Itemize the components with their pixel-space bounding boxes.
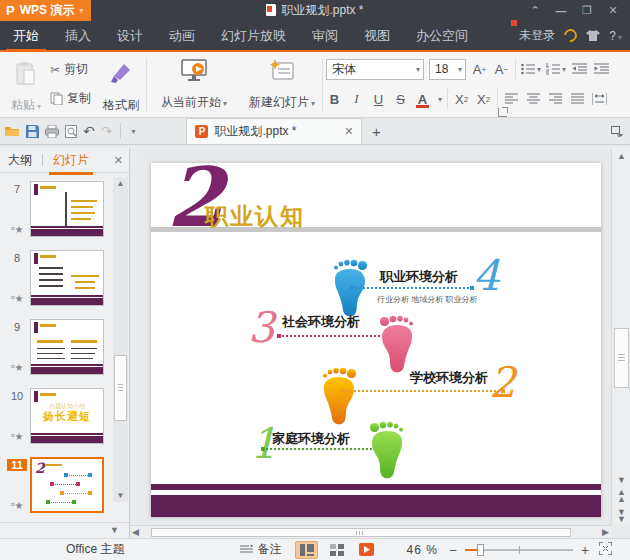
tab-insert[interactable]: 插入 bbox=[52, 21, 104, 50]
scroll-down-icon[interactable]: ▼ bbox=[612, 475, 630, 485]
scroll-left-icon[interactable]: ◀ bbox=[132, 527, 139, 537]
item-label: 学校环境分析 bbox=[410, 369, 488, 387]
scroll-up-icon[interactable]: ▲ bbox=[612, 151, 630, 161]
slide-thumbnail-7[interactable]: 7 ★ bbox=[4, 181, 129, 237]
tab-review[interactable]: 审阅 bbox=[299, 21, 351, 50]
undo-button[interactable]: ↶ bbox=[83, 123, 95, 139]
expand-down-icon[interactable]: ▼ bbox=[110, 525, 119, 535]
font-size-select[interactable]: 18▾ bbox=[429, 59, 466, 80]
scrollbar-thumb[interactable] bbox=[614, 328, 629, 388]
scrollbar-thumb[interactable] bbox=[114, 355, 127, 421]
scroll-down-icon[interactable]: ▼ bbox=[113, 491, 128, 500]
animation-star-icon: ★ bbox=[10, 362, 23, 373]
print-preview-button[interactable] bbox=[65, 125, 77, 138]
slide-thumbnail-8[interactable]: 8 ★ bbox=[4, 250, 129, 306]
footprint-orange bbox=[321, 367, 357, 427]
tab-outline[interactable]: 大纲 bbox=[6, 149, 34, 172]
item-sublabel: 行业分析 地域分析 职业分析 bbox=[377, 294, 477, 305]
print-button[interactable] bbox=[45, 125, 59, 138]
vertical-scrollbar[interactable]: ▲ ▼ ▲▲ ▼▼ bbox=[611, 148, 630, 525]
paste-button[interactable]: 粘贴▾ bbox=[4, 58, 48, 117]
customize-toolbar-dropdown[interactable]: ▾ bbox=[131, 127, 135, 136]
italic-button[interactable]: I bbox=[348, 89, 365, 109]
increase-font-button[interactable]: A+ bbox=[471, 59, 488, 79]
scroll-right-icon[interactable]: ▶ bbox=[602, 527, 609, 537]
close-tab-icon[interactable]: ✕ bbox=[344, 125, 353, 138]
align-right-button[interactable] bbox=[547, 89, 564, 109]
underline-button[interactable]: U bbox=[370, 89, 387, 109]
cut-button[interactable]: ✂ 剪切 bbox=[50, 61, 91, 78]
tab-home[interactable]: 开始 bbox=[0, 21, 52, 50]
help-button[interactable]: ?▾ bbox=[609, 29, 622, 43]
horizontal-scrollbar[interactable]: ◀ ▶ bbox=[130, 525, 611, 538]
new-tab-button[interactable]: + bbox=[362, 118, 390, 144]
next-slide-icon[interactable]: ▼▼ bbox=[612, 509, 630, 523]
zoom-in-button[interactable]: + bbox=[581, 542, 589, 558]
font-dialog-launcher[interactable] bbox=[498, 108, 507, 117]
decrease-indent-button[interactable] bbox=[571, 59, 588, 79]
bullet-list-button[interactable]: ▾ bbox=[521, 59, 541, 79]
font-name-select[interactable]: 宋体▾ bbox=[326, 59, 424, 80]
tab-animation[interactable]: 动画 bbox=[156, 21, 208, 50]
normal-view-button[interactable] bbox=[295, 541, 318, 559]
minimize-icon[interactable]: — bbox=[550, 5, 572, 17]
zoom-slider[interactable] bbox=[465, 543, 573, 557]
current-slide[interactable]: 2 职业认知 职业环境分析 行业分析 地域分析 职业分析 4 3 社会环境分析 bbox=[151, 163, 601, 517]
ppt-file-icon: P bbox=[195, 125, 208, 138]
subscript-button[interactable]: X2 bbox=[475, 89, 492, 109]
slide-thumbnail-10[interactable]: 10 ★ 自我认知小结 扬长避短 bbox=[4, 388, 129, 444]
tab-workspace[interactable]: 办公空间 bbox=[403, 21, 481, 50]
slide-sorter-button[interactable] bbox=[325, 541, 348, 559]
scroll-up-icon[interactable]: ▲ bbox=[113, 179, 128, 188]
close-panel-icon[interactable]: ✕ bbox=[114, 154, 123, 167]
animation-star-icon: ★ bbox=[10, 500, 23, 511]
redo-button[interactable]: ↷ bbox=[101, 123, 113, 139]
strikethrough-button[interactable]: S bbox=[392, 89, 409, 109]
copy-button[interactable]: 复制 bbox=[50, 90, 91, 107]
slide-thumbnail-11[interactable]: 11 ★ 2 bbox=[4, 457, 129, 513]
font-group: 宋体▾ 18▾ A+ A− ▾ ▾ bbox=[326, 56, 630, 112]
tab-design[interactable]: 设计 bbox=[104, 21, 156, 50]
collapse-ribbon-icon[interactable]: ⌃ bbox=[524, 4, 546, 17]
justify-button[interactable] bbox=[569, 89, 586, 109]
tab-slideshow[interactable]: 幻灯片放映 bbox=[208, 21, 299, 50]
sidebar-scrollbar[interactable]: ▲ ▼ bbox=[113, 177, 128, 502]
numbered-list-button[interactable]: ▾ bbox=[546, 59, 566, 79]
decrease-font-button[interactable]: A− bbox=[493, 59, 510, 79]
zoom-percent: 46 % bbox=[406, 543, 437, 557]
document-tab[interactable]: P 职业规划.pptx * ✕ bbox=[186, 118, 362, 144]
format-painter-button[interactable]: 格式刷 bbox=[98, 58, 144, 117]
maximize-icon[interactable]: ❐ bbox=[576, 4, 598, 17]
font-color-button[interactable]: A bbox=[414, 89, 431, 109]
scrollbar-thumb[interactable] bbox=[151, 528, 571, 537]
copy-icon bbox=[50, 92, 63, 105]
save-button[interactable] bbox=[26, 125, 39, 138]
zoom-out-button[interactable]: − bbox=[449, 542, 457, 558]
open-button[interactable] bbox=[5, 125, 20, 137]
slide-thumbnail-9[interactable]: 9 ★ bbox=[4, 319, 129, 375]
font-color-dropdown[interactable]: ▾ bbox=[438, 95, 442, 104]
fit-to-window-button[interactable] bbox=[599, 542, 612, 558]
bold-button[interactable]: B bbox=[326, 89, 343, 109]
notes-button[interactable]: 备注 bbox=[240, 541, 281, 558]
superscript-button[interactable]: X2 bbox=[453, 89, 470, 109]
app-menu-button[interactable]: P WPS 演示 ▾ bbox=[0, 0, 91, 21]
tab-list-button[interactable] bbox=[611, 118, 630, 144]
new-slide-button[interactable]: 新建幻灯片▾ bbox=[240, 55, 324, 114]
previous-slide-icon[interactable]: ▲▲ bbox=[612, 489, 630, 503]
tab-view[interactable]: 视图 bbox=[351, 21, 403, 50]
slideshow-button[interactable] bbox=[355, 541, 378, 559]
distribute-text-button[interactable] bbox=[591, 89, 608, 109]
increase-indent-button[interactable] bbox=[593, 59, 610, 79]
close-icon[interactable]: ✕ bbox=[602, 4, 624, 17]
theme-label[interactable]: Office 主题 bbox=[66, 541, 124, 558]
play-from-current-button[interactable]: 从当前开始▾ bbox=[152, 55, 236, 114]
zoom-slider-handle[interactable] bbox=[477, 544, 484, 556]
docer-icon[interactable] bbox=[562, 26, 580, 44]
skin-icon[interactable] bbox=[586, 30, 600, 42]
slide-panel: 大纲 幻灯片 ✕ 7 ★ bbox=[0, 148, 130, 538]
tab-slides[interactable]: 幻灯片 bbox=[51, 149, 91, 172]
align-left-button[interactable] bbox=[503, 89, 520, 109]
login-button[interactable]: 未登录 bbox=[517, 27, 555, 44]
align-center-button[interactable] bbox=[525, 89, 542, 109]
